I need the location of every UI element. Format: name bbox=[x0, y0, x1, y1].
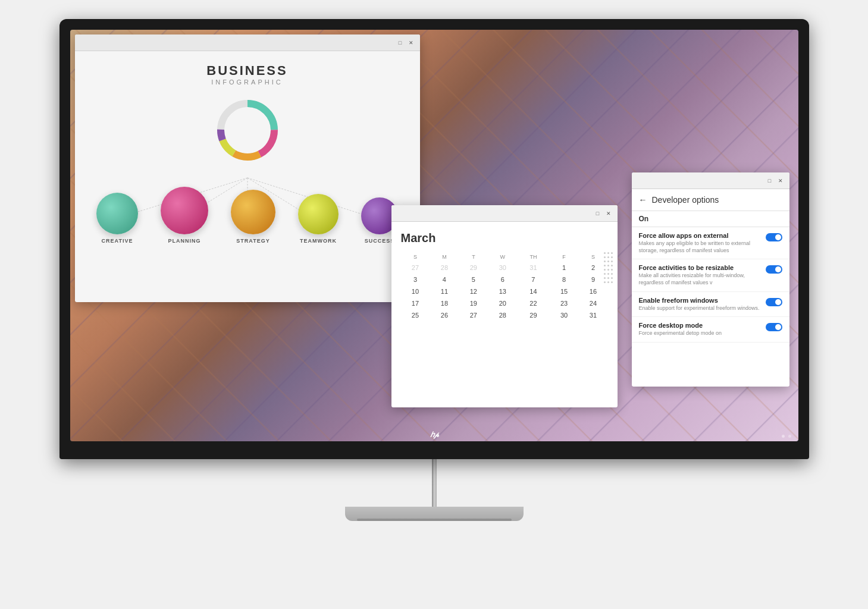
dev-option-4-text: Force desktop mode Force experimental de… bbox=[639, 322, 766, 337]
bubble-teamwork: TEAMWORK bbox=[298, 194, 339, 244]
dev-back-arrow-icon[interactable]: ← bbox=[639, 195, 647, 205]
hp-logo-screen: ℎ𝓅 bbox=[430, 431, 438, 439]
bubble-success-label: SUCCESS bbox=[365, 238, 395, 244]
calendar-close-btn[interactable]: ✕ bbox=[604, 209, 613, 218]
infographic-titlebar: □ ✕ bbox=[75, 34, 420, 51]
dev-option-4-title: Force desktop mode bbox=[639, 322, 761, 329]
bubble-creative: CREATIVE bbox=[96, 193, 138, 244]
dev-minimize-btn[interactable]: □ bbox=[766, 177, 774, 185]
bubble-teamwork-circle bbox=[298, 194, 339, 234]
col-tue: T bbox=[459, 252, 488, 262]
business-main-title: BUSINESS bbox=[206, 63, 287, 79]
col-wed: W bbox=[488, 252, 517, 262]
developer-options-window[interactable]: □ ✕ ← Developer options On Force allow a… bbox=[632, 172, 789, 387]
calendar-grid: S M T W TH F S bbox=[401, 252, 608, 321]
dev-option-3-title: Enable freeform windows bbox=[639, 297, 761, 304]
monitor-base bbox=[345, 507, 524, 521]
table-row: 3 4 5 6 7 8 9 bbox=[401, 274, 608, 285]
dev-option-1-desc: Makes any app eligible to be written to … bbox=[639, 240, 761, 254]
bubble-strategy: STRATEGY bbox=[231, 190, 275, 244]
table-row: 27 28 29 30 31 1 2 bbox=[401, 262, 608, 274]
dev-option-3-text: Enable freeform windows Enable support f… bbox=[639, 297, 766, 312]
calendar-titlebar: □ ✕ bbox=[391, 205, 618, 222]
dev-status: On bbox=[632, 211, 789, 227]
col-fri: F bbox=[550, 252, 579, 262]
dev-option-2-toggle[interactable] bbox=[766, 265, 782, 274]
bubble-planning-label: PLANNING bbox=[168, 238, 201, 244]
monitor-screen: □ ✕ BUSINESS INFOGRAPHIC bbox=[70, 30, 798, 441]
dev-option-2-text: Force activities to be resizable Make al… bbox=[639, 264, 766, 286]
bubble-strategy-label: STRATEGY bbox=[236, 238, 270, 244]
dev-close-btn[interactable]: ✕ bbox=[776, 177, 785, 185]
bubbles-row: CREATIVE PLANNING STRATEGY bbox=[93, 187, 402, 244]
dev-header: ← Developer options bbox=[632, 189, 789, 211]
bubble-creative-circle bbox=[96, 193, 138, 234]
infographic-content: BUSINESS INFOGRAPHIC bbox=[75, 51, 420, 302]
dev-option-1-toggle[interactable] bbox=[766, 233, 782, 241]
business-title: BUSINESS INFOGRAPHIC bbox=[206, 63, 287, 86]
dev-option-1-text: Force allow apps on external Makes any a… bbox=[639, 232, 766, 254]
table-row: 10 11 12 13 14 15 16 bbox=[401, 285, 608, 297]
infographic-minimize-btn[interactable]: □ bbox=[396, 39, 405, 47]
dev-option-1: Force allow apps on external Makes any a… bbox=[632, 227, 789, 259]
donut-chart-svg bbox=[212, 95, 283, 166]
table-row: 17 18 19 20 22 23 24 bbox=[401, 297, 608, 309]
calendar-window[interactable]: □ ✕ March S M T W bbox=[391, 205, 618, 407]
dev-option-3: Enable freeform windows Enable support f… bbox=[632, 292, 789, 318]
col-sun: S bbox=[401, 252, 430, 262]
calendar-minimize-btn[interactable]: □ bbox=[594, 209, 602, 218]
dev-option-4-toggle[interactable] bbox=[766, 323, 782, 331]
dev-title: Developer options bbox=[652, 195, 719, 205]
circle-chart bbox=[212, 95, 283, 166]
bubble-strategy-circle bbox=[231, 190, 275, 234]
dev-titlebar: □ ✕ bbox=[632, 172, 789, 189]
calendar-content: March S M T W TH F bbox=[391, 222, 618, 331]
dev-option-4: Force desktop mode Force experimental de… bbox=[632, 317, 789, 343]
dev-option-2-desc: Make all activities resizable for multi-… bbox=[639, 272, 761, 286]
monitor-bezel: □ ✕ BUSINESS INFOGRAPHIC bbox=[59, 19, 809, 459]
bubble-planning-circle bbox=[161, 187, 208, 234]
bubble-creative-label: CREATIVE bbox=[102, 238, 133, 244]
dev-option-3-toggle[interactable] bbox=[766, 298, 782, 306]
table-row: 25 26 27 28 29 30 31 bbox=[401, 309, 608, 321]
monitor: □ ✕ BUSINESS INFOGRAPHIC bbox=[48, 19, 821, 590]
bubble-planning: PLANNING bbox=[161, 187, 208, 244]
dev-option-3-desc: Enable support for experimental freeform… bbox=[639, 305, 761, 312]
infographic-close-btn[interactable]: ✕ bbox=[407, 39, 415, 47]
dev-option-1-title: Force allow apps on external bbox=[639, 232, 761, 239]
infographic-window[interactable]: □ ✕ BUSINESS INFOGRAPHIC bbox=[75, 34, 420, 302]
dev-option-2-title: Force activities to be resizable bbox=[639, 264, 761, 271]
col-thu: TH bbox=[517, 252, 549, 262]
calendar-month: March bbox=[401, 231, 608, 245]
monitor-neck bbox=[432, 459, 437, 507]
business-sub-title: INFOGRAPHIC bbox=[206, 79, 287, 86]
dev-option-4-desc: Force experimental detop mode on bbox=[639, 330, 761, 337]
indicator-dot bbox=[782, 435, 785, 438]
calendar-dots-decoration bbox=[604, 252, 613, 283]
col-mon: M bbox=[430, 252, 459, 262]
indicator-dot bbox=[788, 435, 791, 438]
screen-bottom-indicators bbox=[775, 431, 798, 441]
dev-option-2: Force activities to be resizable Make al… bbox=[632, 259, 789, 291]
bubble-teamwork-label: TEAMWORK bbox=[300, 238, 337, 244]
